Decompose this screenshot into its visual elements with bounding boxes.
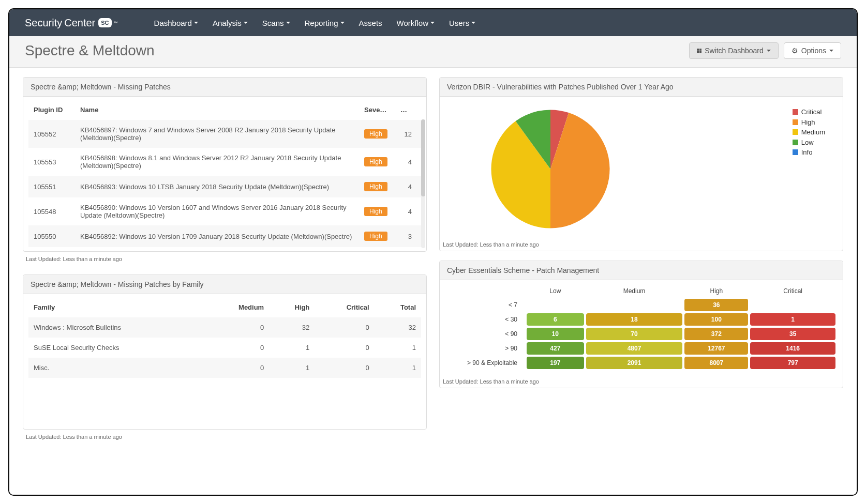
col-severity[interactable]: Seve… — [359, 100, 395, 120]
table-row[interactable]: 105552KB4056897: Windows 7 and Windows S… — [28, 120, 421, 148]
cell-plugin-id: 105553 — [28, 148, 75, 176]
legend-item-high[interactable]: High — [793, 117, 825, 128]
cell-plugin-id: 105552 — [28, 120, 75, 148]
nav-item-scans[interactable]: Scans — [262, 19, 290, 27]
cell[interactable]: 8007 — [684, 357, 748, 369]
col-count[interactable]: … — [395, 100, 421, 120]
cell[interactable]: 35 — [750, 328, 835, 340]
col-total[interactable]: Total — [375, 297, 421, 317]
options-button[interactable]: Options — [784, 42, 841, 59]
pie-legend: CriticalHighMediumLowInfo — [793, 107, 825, 158]
scrollbar-thumb[interactable] — [421, 119, 425, 196]
legend-swatch — [793, 140, 798, 145]
col-high[interactable]: High — [269, 297, 315, 317]
grid-icon — [697, 49, 701, 53]
cell[interactable]: 70 — [586, 328, 683, 340]
nav-item-reporting[interactable]: Reporting — [305, 19, 345, 27]
legend-item-low[interactable]: Low — [793, 138, 825, 148]
nav-item-label: Users — [449, 19, 469, 27]
panel-last-updated: Last Updated: Less than a minute ago — [440, 375, 843, 388]
titlebar: Spectre & Meltdown Switch Dashboard Opti… — [9, 36, 857, 68]
cell-plugin-id: 105550 — [28, 225, 75, 247]
cell-name: KB4056890: Windows 10 Version 1607 and W… — [75, 197, 359, 225]
switch-dashboard-label: Switch Dashboard — [705, 47, 764, 55]
cell[interactable]: 797 — [750, 357, 835, 369]
col-medium[interactable]: Medium — [586, 285, 683, 297]
cell[interactable]: 0 — [527, 299, 584, 311]
cell-family: SuSE Local Security Checks — [28, 338, 205, 358]
cell[interactable]: 372 — [684, 328, 748, 340]
cell-name: KB4056898: Windows 8.1 and Windows Serve… — [75, 148, 359, 176]
cell[interactable]: 1416 — [750, 342, 835, 355]
table-row[interactable]: 105548KB4056890: Windows 10 Version 1607… — [28, 197, 421, 225]
cell[interactable]: 100 — [684, 313, 748, 326]
nav-item-label: Dashboard — [154, 19, 192, 27]
col-medium[interactable]: Medium — [205, 297, 270, 317]
cell-medium: 0 — [205, 338, 270, 358]
cell[interactable]: 6 — [527, 313, 584, 326]
legend-swatch — [793, 129, 798, 135]
col-critical[interactable]: Critical — [750, 285, 835, 297]
cell[interactable]: 197 — [527, 357, 584, 369]
legend-label: Low — [801, 138, 814, 148]
options-label: Options — [801, 47, 826, 55]
cell-family: Misc. — [28, 358, 205, 378]
top-nav: SecurityCenter SC ™ DashboardAnalysisSca… — [9, 9, 857, 36]
by-family-table: Family Medium High Critical Total Window… — [28, 297, 421, 378]
scrollbar[interactable] — [421, 119, 425, 248]
row-label: > 90 — [447, 342, 525, 355]
col-family[interactable]: Family — [28, 297, 205, 317]
severity-badge: High — [364, 157, 387, 166]
table-row[interactable]: 105551KB4056893: Windows 10 LTSB January… — [28, 176, 421, 197]
cell-count: 3 — [395, 225, 421, 247]
nav-item-users[interactable]: Users — [449, 19, 475, 27]
cell-total: 32 — [375, 317, 421, 338]
col-name[interactable]: Name — [75, 100, 359, 120]
col-plugin-id[interactable]: Plugin ID — [28, 100, 75, 120]
cell[interactable]: 1 — [750, 313, 835, 326]
panel-title: Verizon DBIR - Vulnerabilities with Patc… — [440, 78, 843, 97]
col-critical[interactable]: Critical — [315, 297, 374, 317]
row-label: > 90 & Exploitable — [447, 357, 525, 369]
cell[interactable]: 0 — [586, 299, 683, 311]
pie-chart[interactable] — [488, 107, 613, 231]
col-low[interactable]: Low — [527, 285, 584, 297]
nav-item-label: Workflow — [397, 19, 428, 27]
legend-swatch — [793, 109, 798, 115]
cell[interactable]: 427 — [527, 342, 584, 355]
table-row[interactable]: 105553KB4056898: Windows 8.1 and Windows… — [28, 148, 421, 176]
table-row[interactable]: 105550KB4056892: Windows 10 Version 1709… — [28, 225, 421, 247]
legend-item-medium[interactable]: Medium — [793, 127, 825, 138]
panel-last-updated: Last Updated: Less than a minute ago — [23, 431, 427, 443]
table-row[interactable]: Misc.0101 — [28, 358, 421, 378]
cell[interactable]: 10 — [527, 328, 584, 340]
switch-dashboard-button[interactable]: Switch Dashboard — [689, 42, 779, 59]
table-row[interactable]: Windows : Microsoft Bulletins032032 — [28, 317, 421, 338]
cell[interactable]: 2091 — [586, 357, 683, 369]
cell-severity: High — [359, 148, 395, 176]
legend-item-info[interactable]: Info — [793, 147, 825, 158]
cell-count: 4 — [395, 197, 421, 225]
chevron-down-icon — [340, 22, 345, 24]
nav-item-dashboard[interactable]: Dashboard — [154, 19, 198, 27]
col-high[interactable]: High — [684, 285, 748, 297]
table-row: < 90107037235 — [447, 328, 835, 340]
nav-item-analysis[interactable]: Analysis — [213, 19, 248, 27]
nav-item-assets[interactable]: Assets — [359, 19, 382, 27]
cell[interactable]: 0 — [750, 299, 835, 311]
cell[interactable]: 18 — [586, 313, 683, 326]
brand-logo[interactable]: SecurityCenter SC ™ — [25, 17, 118, 29]
table-row[interactable]: SuSE Local Security Checks0101 — [28, 338, 421, 358]
panel-missing-patches: Spectre &amp; Meltdown - Missing Patches… — [23, 77, 427, 252]
cell[interactable]: 4807 — [586, 342, 683, 355]
chevron-down-icon — [286, 22, 290, 24]
cell[interactable]: 12767 — [684, 342, 748, 355]
ces-matrix: Low Medium High Critical < 700360< 30618… — [445, 283, 838, 371]
cell[interactable]: 36 — [684, 299, 748, 311]
chevron-down-icon — [430, 22, 435, 24]
legend-item-critical[interactable]: Critical — [793, 107, 825, 117]
cell-name: KB4056893: Windows 10 LTSB January 2018 … — [75, 176, 359, 197]
cell-count: 12 — [395, 120, 421, 148]
nav-item-workflow[interactable]: Workflow — [397, 19, 435, 27]
row-label: < 30 — [447, 313, 525, 326]
